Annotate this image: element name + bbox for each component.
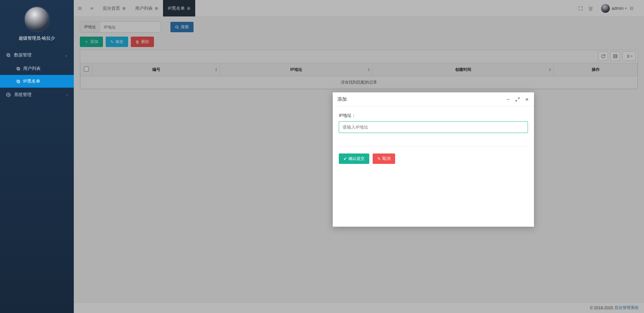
avatar-block: 超级管理员-哈拉少 <box>0 0 74 44</box>
sidebar-menu: 数据管理 ⌄ 用户列表 IP黑名单 <box>0 48 74 102</box>
chevron-left-icon: ‹ <box>66 93 68 97</box>
pencil-icon: ✎ <box>377 156 381 161</box>
menu-system-management[interactable]: 系统管理 ‹ <box>0 88 74 102</box>
main: 后台首页 ⊗ 用户列表 ⊗ IP黑名单 ⊗ <box>74 0 644 313</box>
sidebar-item-label: 用户列表 <box>23 65 41 72</box>
button-label: 确认提交 <box>348 156 365 162</box>
copy-icon <box>6 53 11 57</box>
cancel-button[interactable]: ✎ 取消 <box>373 153 395 164</box>
svg-rect-5 <box>17 80 19 82</box>
add-modal: 添加 IP地址： ✔ <box>333 92 534 227</box>
sidebar-item-label: IP黑名单 <box>23 78 40 84</box>
modal-header: 添加 <box>333 92 534 106</box>
ip-field-label: IP地址： <box>339 113 528 119</box>
svg-rect-2 <box>17 68 20 70</box>
svg-rect-3 <box>17 67 19 70</box>
sidebar-user-name: 超级管理员-哈拉少 <box>0 35 74 41</box>
minimize-icon[interactable] <box>506 97 511 102</box>
sidebar-item-ip-blacklist[interactable]: IP黑名单 <box>0 75 74 88</box>
svg-line-25 <box>518 97 519 99</box>
modal-title: 添加 <box>337 96 347 102</box>
copy-icon <box>16 79 20 84</box>
gear-icon <box>6 92 11 97</box>
svg-point-6 <box>8 94 9 95</box>
check-icon: ✔ <box>343 156 347 161</box>
menu-label: 系统管理 <box>14 92 32 98</box>
modal-body: IP地址： ✔ 确认提交 ✎ 取消 <box>333 106 534 227</box>
svg-rect-1 <box>7 53 9 56</box>
avatar[interactable] <box>24 6 50 32</box>
submit-button[interactable]: ✔ 确认提交 <box>339 153 369 164</box>
menu-data-management[interactable]: 数据管理 ⌄ <box>0 48 74 62</box>
sidebar-item-user-list[interactable]: 用户列表 <box>0 62 74 75</box>
svg-rect-4 <box>17 81 20 83</box>
chevron-down-icon: ⌄ <box>65 53 68 57</box>
menu-label: 数据管理 <box>14 52 32 58</box>
close-icon[interactable] <box>525 97 529 102</box>
maximize-icon[interactable] <box>515 97 520 102</box>
sidebar: 超级管理员-哈拉少 数据管理 ⌄ 用户列表 <box>0 0 74 313</box>
copy-icon <box>16 66 20 71</box>
svg-line-26 <box>516 100 517 101</box>
button-label: 取消 <box>382 156 390 162</box>
modal-ip-input[interactable] <box>339 121 528 133</box>
svg-rect-0 <box>8 54 10 57</box>
